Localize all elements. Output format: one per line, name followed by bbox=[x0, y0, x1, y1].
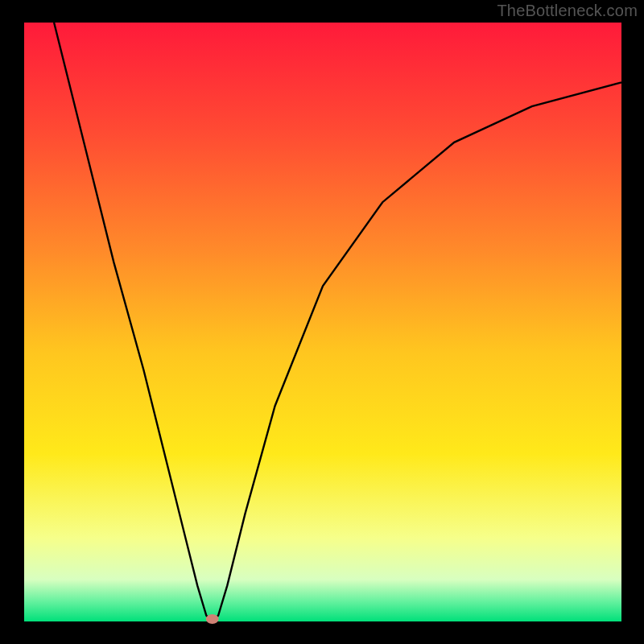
bottleneck-plot bbox=[0, 0, 644, 644]
chart-frame: TheBottleneck.com bbox=[0, 0, 644, 644]
optimal-point-marker bbox=[206, 614, 219, 624]
plot-background bbox=[24, 23, 621, 621]
watermark-text: TheBottleneck.com bbox=[497, 2, 638, 20]
